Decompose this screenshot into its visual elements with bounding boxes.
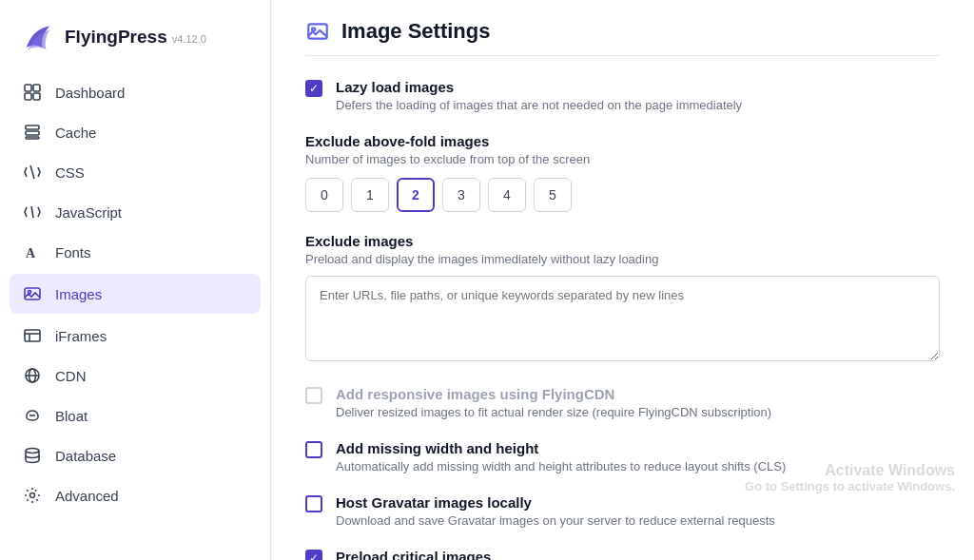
fold-option-5[interactable]: 5 xyxy=(534,178,572,212)
sidebar-item-database[interactable]: Database xyxy=(0,435,270,475)
gravatar-checkbox[interactable] xyxy=(305,495,322,512)
gravatar-description: Download and save Gravatar images on you… xyxy=(336,513,775,528)
sidebar-item-advanced-label: Advanced xyxy=(55,488,119,504)
exclude-fold-label: Exclude above-fold images xyxy=(305,133,940,149)
svg-rect-3 xyxy=(33,93,40,100)
svg-point-19 xyxy=(26,449,39,454)
lazy-load-description: Defers the loading of images that are no… xyxy=(336,98,742,112)
sidebar-item-javascript-label: JavaScript xyxy=(55,204,122,221)
logo-text: FlyingPressv4.12.0 xyxy=(65,27,206,48)
svg-point-20 xyxy=(30,493,35,498)
fold-option-0[interactable]: 0 xyxy=(305,178,343,212)
responsive-images-setting: Add responsive images using FlyingCDN De… xyxy=(305,386,940,419)
bloat-icon xyxy=(23,406,42,425)
responsive-images-description: Deliver resized images to fit actual ren… xyxy=(336,405,771,419)
sidebar-item-cache[interactable]: Cache xyxy=(0,112,270,152)
svg-rect-1 xyxy=(33,85,40,91)
sidebar: FlyingPressv4.12.0 Dashboard xyxy=(0,0,271,560)
sidebar-item-css-label: CSS xyxy=(55,164,85,181)
sidebar-item-advanced[interactable]: Advanced xyxy=(0,475,270,515)
fold-option-2[interactable]: 2 xyxy=(397,178,435,212)
page-header-icon xyxy=(305,19,330,44)
advanced-icon xyxy=(23,486,42,505)
gravatar-setting: Host Gravatar images locally Download an… xyxy=(305,494,940,528)
svg-rect-4 xyxy=(26,126,39,129)
svg-line-8 xyxy=(31,206,33,218)
iframes-icon xyxy=(23,326,42,345)
sidebar-item-bloat[interactable]: Bloat xyxy=(0,396,270,435)
preload-critical-checkbox[interactable]: ✓ xyxy=(305,550,322,560)
css-icon xyxy=(23,163,42,182)
svg-rect-0 xyxy=(25,85,31,91)
preload-critical-setting: ✓ Preload critical images Preload images… xyxy=(305,549,940,560)
preload-critical-label: Preload critical images xyxy=(336,549,893,560)
page-title: Image Settings xyxy=(341,19,490,44)
svg-rect-10 xyxy=(25,288,40,299)
responsive-images-checkbox[interactable] xyxy=(305,387,322,404)
fold-option-4[interactable]: 4 xyxy=(488,178,526,212)
sidebar-item-cdn-label: CDN xyxy=(55,368,87,384)
windows-watermark-line2: Go to Settings to activate Windows. xyxy=(745,479,955,493)
sidebar-item-fonts-label: Fonts xyxy=(55,244,91,261)
sidebar-item-database-label: Database xyxy=(55,448,116,464)
svg-rect-2 xyxy=(25,93,31,100)
exclude-fold-section: Exclude above-fold images Number of imag… xyxy=(305,133,940,212)
missing-dimensions-checkbox[interactable] xyxy=(305,441,322,458)
svg-rect-6 xyxy=(26,137,39,139)
page-header: Image Settings xyxy=(305,19,940,56)
exclude-fold-description: Number of images to exclude from top of … xyxy=(305,152,940,166)
sidebar-item-dashboard-label: Dashboard xyxy=(55,85,125,101)
sidebar-item-dashboard[interactable]: Dashboard xyxy=(0,72,270,112)
lazy-load-setting: ✓ Lazy load images Defers the loading of… xyxy=(305,79,940,112)
sidebar-item-iframes[interactable]: iFrames xyxy=(0,316,270,356)
database-icon xyxy=(23,446,42,465)
svg-text:A: A xyxy=(26,246,36,261)
sidebar-item-fonts[interactable]: A Fonts xyxy=(0,232,270,272)
lazy-load-label: Lazy load images xyxy=(336,79,742,95)
sidebar-item-javascript[interactable]: JavaScript xyxy=(0,192,270,232)
gravatar-label: Host Gravatar images locally xyxy=(336,494,775,511)
missing-dimensions-description: Automatically add missing width and heig… xyxy=(336,459,786,473)
exclude-images-section: Exclude images Preload and display the i… xyxy=(305,233,940,365)
exclude-images-description: Preload and display the images immediate… xyxy=(305,252,940,266)
logo-icon xyxy=(19,19,55,55)
sidebar-item-cache-label: Cache xyxy=(55,125,96,141)
sidebar-item-images-label: Images xyxy=(55,286,102,302)
javascript-icon xyxy=(23,203,42,222)
sidebar-item-bloat-label: Bloat xyxy=(55,408,88,424)
sidebar-item-images[interactable]: Images xyxy=(10,274,261,314)
main-content: Image Settings ✓ Lazy load images Defers… xyxy=(271,0,974,560)
dashboard-icon xyxy=(23,83,42,102)
sidebar-item-css[interactable]: CSS xyxy=(0,152,270,192)
sidebar-item-cdn[interactable]: CDN xyxy=(0,356,270,396)
responsive-images-label: Add responsive images using FlyingCDN xyxy=(336,386,771,402)
fold-option-3[interactable]: 3 xyxy=(442,178,480,212)
logo-area: FlyingPressv4.12.0 xyxy=(0,10,270,72)
cache-icon xyxy=(23,123,42,142)
exclude-fold-buttons: 0 1 2 3 4 5 xyxy=(305,178,940,212)
svg-rect-12 xyxy=(25,330,40,341)
sidebar-item-iframes-label: iFrames xyxy=(55,328,107,344)
missing-dimensions-label: Add missing width and height xyxy=(336,440,786,456)
cdn-icon xyxy=(23,366,42,385)
missing-dimensions-setting: Add missing width and height Automatical… xyxy=(305,440,940,473)
fold-option-1[interactable]: 1 xyxy=(351,178,389,212)
exclude-images-textarea[interactable] xyxy=(305,276,940,361)
svg-line-7 xyxy=(30,165,34,179)
exclude-images-label: Exclude images xyxy=(305,233,940,249)
nav-list: Dashboard Cache CSS xyxy=(0,72,270,560)
lazy-load-checkbox[interactable]: ✓ xyxy=(305,80,322,97)
fonts-icon: A xyxy=(23,242,42,261)
svg-rect-5 xyxy=(26,131,39,135)
images-icon xyxy=(23,284,42,303)
